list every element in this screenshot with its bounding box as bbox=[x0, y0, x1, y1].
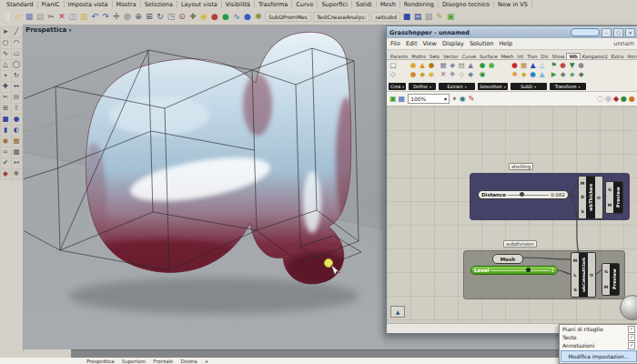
component-tab[interactable]: Extra bbox=[610, 54, 626, 59]
slider-knob[interactable] bbox=[526, 268, 531, 272]
wb-window-icon[interactable]: ▤ bbox=[459, 62, 465, 69]
close-button[interactable]: ✕ bbox=[625, 28, 635, 37]
pan-icon[interactable]: ✛ bbox=[111, 11, 122, 23]
toolbar-tab[interactable]: PianiC bbox=[38, 1, 65, 8]
output-ports[interactable]: O bbox=[588, 253, 595, 297]
wb-dual-icon[interactable]: ◇ bbox=[459, 71, 464, 78]
osnap-icon[interactable]: ⊙ bbox=[177, 11, 187, 23]
toolbar-tab[interactable]: Superfici bbox=[318, 1, 352, 8]
wb-extrude-icon[interactable]: ▶ bbox=[551, 71, 557, 78]
toolbar-tab[interactable]: Disegno tecnico bbox=[439, 1, 494, 8]
slider-rail[interactable] bbox=[490, 270, 549, 271]
input-ports[interactable]: M D S bbox=[579, 177, 586, 218]
toolbar-tab[interactable]: Trasforma bbox=[255, 1, 292, 8]
toolbar-command-button[interactable]: setsubd bbox=[371, 12, 400, 22]
component-tab[interactable]: Sets bbox=[428, 54, 441, 59]
preview-wireframe-icon[interactable]: ◎ bbox=[605, 96, 612, 103]
toolbar-command-button[interactable]: TestCreaseAnalys: bbox=[313, 12, 369, 22]
wb-transform-icon[interactable]: ● bbox=[578, 62, 584, 69]
zoom-target-icon[interactable]: ⌖ bbox=[452, 96, 457, 103]
grasshopper-canvas[interactable]: shelling Distance 0.082 M D S wbThicken … bbox=[387, 106, 637, 323]
checkbox-checked-icon[interactable]: ✓ bbox=[628, 326, 635, 333]
output-ports[interactable]: O bbox=[595, 177, 602, 218]
component-wbthicken[interactable]: M D S wbThicken O bbox=[578, 176, 603, 219]
toolbar-tab[interactable]: Solidi bbox=[352, 1, 377, 8]
ribbon-group-label[interactable]: Define▾ bbox=[409, 83, 436, 90]
preview-off-icon[interactable]: ◌ bbox=[597, 96, 603, 103]
wb-midedge-icon[interactable]: ▦ bbox=[521, 62, 527, 69]
component-tab[interactable]: Int bbox=[515, 54, 525, 59]
rotate-view-icon[interactable]: ↻ bbox=[155, 11, 166, 23]
pencil-edit-icon[interactable]: ✎ bbox=[434, 11, 445, 23]
sketch-tool-icon[interactable]: ✎ bbox=[469, 96, 475, 103]
lamp-icon[interactable]: ◉ bbox=[198, 11, 209, 23]
wb-vertices-icon[interactable]: ● bbox=[410, 62, 417, 69]
delete-icon[interactable]: ✕ bbox=[56, 11, 67, 23]
slider-rail[interactable] bbox=[508, 195, 549, 196]
menu-view[interactable]: View bbox=[422, 40, 436, 47]
input-ports[interactable]: G M bbox=[602, 264, 610, 295]
wb-pframes-icon[interactable]: ◆ bbox=[561, 71, 566, 78]
slider-knob[interactable] bbox=[520, 192, 524, 197]
options-icon[interactable]: ✱ bbox=[11, 168, 23, 180]
group-label-subdivision[interactable]: subdivision bbox=[503, 240, 537, 248]
new-definition-icon[interactable]: ▣ bbox=[389, 96, 397, 103]
viewport-title[interactable]: Prospettica ▾ bbox=[25, 26, 71, 34]
cplane-icon[interactable]: ◳ bbox=[166, 11, 177, 23]
wb-frame-icon[interactable]: ▦ bbox=[440, 62, 447, 69]
mesh-param[interactable]: Mesh bbox=[492, 254, 523, 264]
component-tab[interactable]: Vector bbox=[441, 54, 460, 59]
canvas-warning-toggle[interactable]: ▲ bbox=[390, 306, 405, 318]
popup-menu-item[interactable]: Annotazioni ✓ bbox=[560, 341, 637, 349]
curve-tool-icon[interactable]: ∿ bbox=[231, 11, 242, 23]
toolbar-tab[interactable]: Layout vista bbox=[177, 1, 222, 8]
component-wbcatmullclark[interactable]: M L S wbCatmullClark O bbox=[571, 252, 596, 298]
wb-stellate-icon[interactable]: ❖ bbox=[450, 71, 456, 78]
checkbox-checked-icon[interactable]: ✓ bbox=[628, 334, 635, 341]
component-preview-subdivision[interactable]: G M Preview bbox=[602, 263, 620, 296]
toolbar-command-button[interactable]: SubDFromMes bbox=[265, 12, 311, 22]
wb-offset-icon[interactable]: ◈ bbox=[450, 62, 455, 69]
material-icon[interactable]: ● bbox=[220, 11, 231, 23]
ribbon-group-label[interactable]: Transform▾ bbox=[550, 83, 586, 90]
edit-settings-button[interactable]: Modifica impostazion... bbox=[561, 350, 637, 362]
wb-relax-icon[interactable]: ● bbox=[489, 62, 495, 69]
input-ports[interactable]: M L S bbox=[571, 253, 579, 297]
toolbar-tab[interactable]: Rendering bbox=[400, 1, 439, 8]
wb-naked-boundary-icon[interactable]: ◆ bbox=[420, 71, 425, 78]
toolbar-tab[interactable]: Visibilità bbox=[222, 1, 255, 8]
maximize-button[interactable]: ▢ bbox=[613, 28, 623, 37]
ribbon-group-label[interactable]: Smoothen▾ bbox=[478, 83, 508, 90]
component-tab[interactable]: Surface bbox=[478, 54, 500, 59]
component-preview-shelling[interactable]: G M Preview bbox=[605, 181, 623, 214]
wb-split-triangles-icon[interactable]: ▲ bbox=[531, 62, 536, 69]
group-label-shelling[interactable]: shelling bbox=[509, 163, 533, 170]
wb-constant-quads-icon[interactable]: △ bbox=[540, 62, 545, 69]
notebook-icon[interactable]: ▤ bbox=[412, 11, 423, 23]
render-icon[interactable]: ● bbox=[209, 11, 220, 23]
zoom-window-icon[interactable]: ⊕ bbox=[133, 11, 144, 23]
menu-file[interactable]: File bbox=[390, 40, 400, 47]
menu-display[interactable]: Display bbox=[442, 40, 464, 47]
wb-loop-icon[interactable]: ❋ bbox=[511, 71, 517, 78]
wb-mesh-cube-icon[interactable]: ▢ bbox=[389, 62, 396, 69]
green-package-icon[interactable]: ▣ bbox=[445, 11, 456, 23]
toolbar-tab[interactable]: Standard bbox=[3, 1, 38, 8]
print-icon[interactable]: ▤ bbox=[35, 11, 46, 23]
wb-laplacian-icon[interactable]: ● bbox=[480, 62, 486, 69]
wb-mesh-plane-icon[interactable]: ◇ bbox=[390, 71, 396, 78]
wb-thicken-icon[interactable]: ● bbox=[560, 62, 566, 69]
menu-edit[interactable]: Edit bbox=[406, 40, 418, 47]
wb-edges-icon[interactable]: ● bbox=[410, 71, 417, 78]
toolbar-tab[interactable]: Imposta vista bbox=[65, 1, 113, 8]
wb-quad-icon[interactable]: ◆ bbox=[468, 71, 473, 78]
preview-shaded-icon[interactable]: ◆ bbox=[613, 96, 619, 103]
wb-laplacian-hc-icon[interactable]: ◉ bbox=[480, 71, 486, 78]
cut-icon[interactable]: ✂ bbox=[46, 11, 56, 23]
toolbar-tab[interactable]: Mesh bbox=[377, 1, 400, 8]
toolbar-tab[interactable]: New in V5 bbox=[494, 1, 532, 8]
component-tab[interactable]: Tran bbox=[525, 54, 539, 59]
viewport-tab[interactable]: Prospettica bbox=[86, 359, 115, 364]
viewport-tab[interactable]: Superiore bbox=[122, 359, 147, 364]
wb-catmull-clark-icon[interactable]: ● bbox=[511, 62, 518, 69]
